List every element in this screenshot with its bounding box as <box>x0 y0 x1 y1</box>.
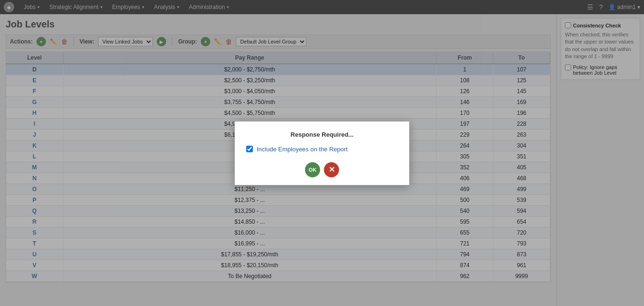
modal-ok-button[interactable]: OK <box>305 162 320 177</box>
modal-cancel-button[interactable]: ✕ <box>324 162 339 177</box>
modal-title: Response Required... <box>246 131 398 138</box>
modal-overlay: Response Required... Include Employees o… <box>0 0 644 306</box>
modal-body: Include Employees on the Report <box>246 146 398 153</box>
modal-footer: OK ✕ <box>246 162 398 177</box>
modal-dialog: Response Required... Include Employees o… <box>234 121 410 185</box>
include-employees-label[interactable]: Include Employees on the Report <box>257 146 348 153</box>
include-employees-checkbox[interactable] <box>246 146 253 152</box>
